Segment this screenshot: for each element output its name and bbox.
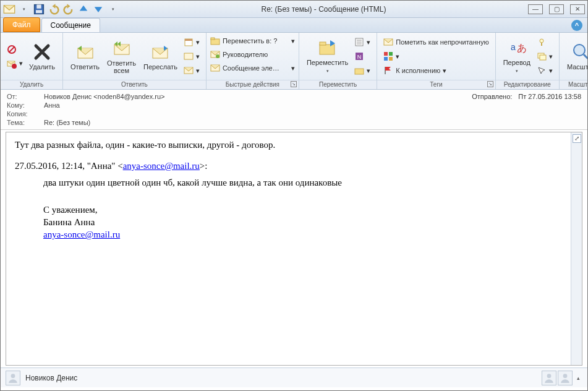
outlook-app-icon[interactable] [3,3,15,15]
undo-icon[interactable] [48,3,60,15]
to-value: Анна [44,101,60,109]
follow-up-button[interactable]: К исполнению▾ [381,64,491,77]
svg-point-11 [12,64,17,69]
tab-file[interactable]: Файл [3,17,40,32]
sender-name: Новиков Денис [25,374,77,382]
redo-icon[interactable] [62,3,75,15]
group-respond: Ответить Ответить всем Переслать ▾ ▾ ▾ О… [63,33,207,89]
window-controls: ― ▢ ✕ [528,4,585,14]
svg-rect-38 [541,43,542,46]
translate-button[interactable]: aあ Перевод▾ [500,37,534,76]
quickstep-move-to[interactable]: Переместить в: ?▾ [208,34,297,48]
forward-button[interactable]: Переслать [140,41,181,72]
svg-rect-24 [320,45,334,54]
from-label: От: [7,93,44,100]
select-button[interactable]: ▾ [534,64,555,77]
svg-marker-7 [95,7,103,12]
move-button[interactable]: Переместить▾ [303,37,352,76]
im-reply-button[interactable]: ▾ [181,49,202,63]
quick-access-toolbar: ▾ ▾ [3,3,119,15]
svg-rect-25 [320,42,326,45]
svg-point-43 [11,374,15,378]
group-zoom: Масштаб Масштаб [560,33,588,89]
junk-button[interactable]: ▾ [4,57,25,71]
svg-rect-17 [184,53,193,59]
actions-button[interactable]: ▾ [352,64,373,77]
group-quicksteps: Переместить в: ?▾ Руководителю Сообщение… [207,33,299,89]
svg-text:あ: あ [517,43,527,53]
svg-rect-34 [389,57,393,61]
categorize-button[interactable]: ▾ [381,49,491,63]
to-label: Кому: [7,101,44,109]
meeting-reply-button[interactable]: ▾ [181,35,202,49]
close-button[interactable]: ✕ [570,4,585,14]
sent-value: Пт 27.05.2016 13:58 [518,93,581,100]
svg-text:N: N [357,54,362,60]
group-label-respond: Ответить [63,80,206,89]
zoom-button[interactable]: Масштаб [563,41,588,72]
reply-button[interactable]: Ответить [67,41,103,72]
contact-avatar[interactable] [542,371,556,385]
svg-rect-31 [384,52,388,56]
contact-avatar[interactable] [558,371,573,385]
svg-rect-2 [36,4,41,8]
save-icon[interactable] [33,3,45,15]
signature: С уважением, Банина Анна anya-sonce@mail… [43,204,573,241]
quickstep-team-email[interactable]: Сообщение эле…▾ [208,61,297,75]
minimize-button[interactable]: ― [528,4,543,14]
sender-avatar[interactable] [6,371,20,385]
onenote-button[interactable]: N [352,49,373,63]
svg-rect-33 [384,57,388,61]
group-move: Переместить▾ ▾ N ▾ Переместить [299,33,377,89]
people-pane: Новиков Денис ▴ [1,367,587,387]
svg-rect-3 [36,10,42,13]
group-delete: ▾ Удалить Удалить [1,33,63,89]
quickstep-manager[interactable]: Руководителю [208,48,297,61]
maximize-button[interactable]: ▢ [549,4,564,14]
related-button[interactable]: ▾ [534,49,555,63]
qat-customize-icon[interactable]: ▾ [107,3,119,15]
quicksteps-launcher-icon[interactable]: ↘ [291,81,297,87]
ribbon-tab-row: Файл Сообщение ^ [1,18,587,33]
svg-point-37 [540,39,543,43]
more-respond-button[interactable]: ▾ [181,64,202,77]
subject-label: Тема: [7,119,44,126]
svg-rect-16 [185,39,192,41]
next-item-icon[interactable] [92,3,104,15]
svg-marker-4 [53,4,56,9]
zoom-indicator-icon[interactable]: ⤢ [573,134,581,143]
signature-email-link[interactable]: anya-sonce@mail.ru [43,230,120,239]
tab-message[interactable]: Сообщение [41,18,100,32]
previous-item-icon[interactable] [77,3,90,15]
message-body[interactable]: Тут два разных файла, один - какие-то вы… [6,132,582,365]
group-tags: Пометить как непрочитанную ▾ К исполнени… [377,33,495,89]
find-button[interactable] [534,35,555,49]
message-body-container: Тут два разных файла, один - какие-то вы… [6,132,582,366]
delete-button[interactable]: Удалить [25,41,59,72]
message-header: От: Новиков Денис <noden84@yandex.ru> От… [1,90,587,130]
ribbon-help-icon[interactable]: ^ [571,20,582,31]
group-label-editing: Редактирование [496,80,559,89]
ribbon: ▾ Удалить Удалить Ответить Ответить всем… [1,33,587,90]
rules-button[interactable]: ▾ [352,35,373,49]
svg-marker-5 [67,4,70,9]
people-pane-expand-icon[interactable]: ▴ [574,371,582,385]
group-label-zoom: Масштаб [560,80,588,89]
reply-all-button[interactable]: Ответить всем [103,37,140,75]
ignore-button[interactable] [4,43,25,56]
svg-line-9 [9,47,14,52]
group-label-quicksteps: Быстрые действия↘ [207,80,299,89]
svg-rect-40 [540,55,546,60]
subject-value: Re: (Без темы) [44,119,90,126]
tags-launcher-icon[interactable]: ↘ [487,81,493,87]
group-label-delete: Удалить [1,80,62,89]
group-label-tags: Теги↘ [377,80,495,89]
quote-email-link[interactable]: anya-sonce@mail.ru [123,161,200,171]
mark-unread-button[interactable]: Пометить как непрочитанную [381,35,491,49]
svg-rect-32 [389,52,393,56]
window-title: Re: (Без темы) - Сообщение (HTML) [119,5,528,14]
zoom-rail: ⤢ [571,132,582,365]
quote-block: два штуки один цветной один чб, какой лу… [43,176,573,241]
cc-label: Копия: [7,110,44,118]
qat-dropdown-icon[interactable]: ▾ [18,3,30,15]
